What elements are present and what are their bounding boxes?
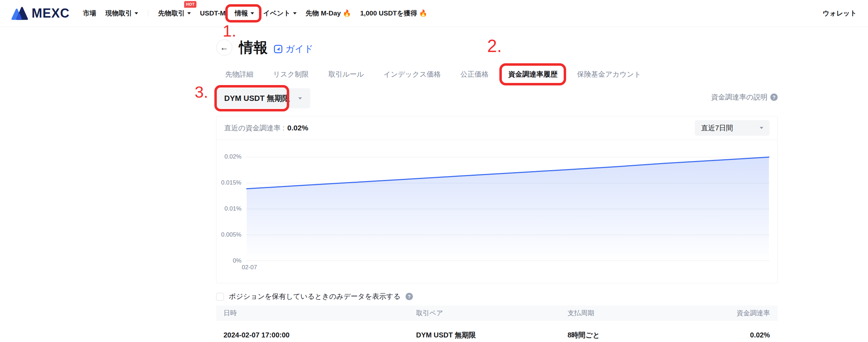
top-nav: MEXC 市場現物取引先物取引HOTUSDT-M情報1.イベント先物 M-Day… <box>0 0 868 27</box>
chart-ytick: 0% <box>216 257 241 264</box>
question-icon: ? <box>406 293 413 300</box>
tab-1[interactable]: リスク制限 <box>273 70 309 79</box>
table-cell: 2024-02-07 17:00:00 <box>224 331 290 339</box>
chevron-down-icon <box>298 97 302 99</box>
tab-bar: 先物詳細リスク制限取引ルールインデックス価格公正価格資金調達率履歴2.保険基金ア… <box>225 70 641 79</box>
symbol-select-value: DYM USDT 無期限 <box>224 93 296 104</box>
guide-icon <box>273 44 283 54</box>
position-filter-checkbox[interactable] <box>216 293 224 301</box>
nav-item-label: 先物取引 <box>158 9 185 18</box>
back-button[interactable]: ← <box>216 39 232 56</box>
position-filter-label: ポジションを保有しているときのみデータを表示する <box>229 292 401 301</box>
chevron-down-icon <box>187 12 191 14</box>
annotation-label-1: 1. <box>223 23 236 39</box>
nav-item-label: USDT-M <box>200 9 226 17</box>
nav-item-label: 情報 <box>235 9 248 18</box>
question-icon: ? <box>770 93 778 101</box>
annotation-box-2 <box>499 63 566 85</box>
nav-item-label: 1,000 USDTを獲得 🔥 <box>360 9 427 18</box>
nav-divider <box>148 10 148 17</box>
nav-item-2[interactable]: 先物取引HOT <box>158 9 191 18</box>
chart-ytick: 0.005% <box>216 231 241 238</box>
range-select[interactable]: 直近7日間 <box>695 120 770 136</box>
nav-item-3[interactable]: USDT-M <box>200 9 226 17</box>
nav-wallet-link[interactable]: ウォレット <box>823 9 857 18</box>
nav-item-6[interactable]: 先物 M-Day 🔥 <box>306 9 351 18</box>
table-header-cell: 日時 <box>224 309 237 318</box>
chevron-down-icon <box>760 127 763 129</box>
nav-item-5[interactable]: イベント <box>263 9 297 18</box>
nav-item-7[interactable]: 1,000 USDTを獲得 🔥 <box>360 9 427 18</box>
guide-link[interactable]: ガイド <box>273 43 313 55</box>
chevron-down-icon <box>135 12 138 14</box>
chevron-down-icon <box>293 12 297 14</box>
funding-rate-chart-card: 直近の資金調達率 : 0.02% 直近7日間 0.02%0.015%0.01%0… <box>216 116 778 283</box>
funding-help-label: 資金調達率の説明 <box>711 92 767 102</box>
latest-funding-rate-value: 0.02% <box>287 124 309 132</box>
table-cell: 0.02% <box>750 331 770 339</box>
funding-help-link[interactable]: 資金調達率の説明 ? <box>711 92 778 102</box>
hot-badge: HOT <box>184 1 196 8</box>
chart-ytick: 0.02% <box>216 153 241 160</box>
latest-funding-rate-label: 直近の資金調達率 : <box>224 123 285 133</box>
chart-card-header: 直近の資金調達率 : 0.02% 直近7日間 <box>216 116 777 140</box>
tab-0[interactable]: 先物詳細 <box>225 70 253 79</box>
symbol-select-wrap: DYM USDT 無期限 3. <box>217 88 310 108</box>
chart-xtick: 02-07 <box>242 264 257 271</box>
mexc-funding-rate-page: MEXC 市場現物取引先物取引HOTUSDT-M情報1.イベント先物 M-Day… <box>0 0 868 342</box>
guide-link-label: ガイド <box>285 43 313 55</box>
symbol-select[interactable]: DYM USDT 無期限 <box>217 88 310 108</box>
nav-item-label: 現物取引 <box>105 9 132 18</box>
chart-ytick: 0.01% <box>216 205 241 212</box>
latest-funding-rate: 直近の資金調達率 : 0.02% <box>224 123 308 133</box>
table-header-cell: 資金調達率 <box>737 309 770 318</box>
annotation-label-3: 3. <box>195 84 208 100</box>
table-header-cell: 支払周期 <box>568 309 594 318</box>
nav-item-label: 市場 <box>83 9 96 18</box>
mexc-logo-wordmark: MEXC <box>32 6 70 21</box>
nav-item-label: 先物 M-Day 🔥 <box>306 9 351 18</box>
nav-item-1[interactable]: 現物取引 <box>105 9 138 18</box>
chart-ytick: 0.015% <box>216 179 241 186</box>
mexc-logo[interactable]: MEXC <box>11 6 70 21</box>
nav-item-label: イベント <box>263 9 291 18</box>
back-arrow-icon: ← <box>220 43 228 52</box>
table-cell: DYM USDT 無期限 <box>416 330 476 340</box>
table-header-row: 日時取引ペア支払周期資金調達率 <box>216 305 778 321</box>
tab-2[interactable]: 取引ルール <box>328 70 364 79</box>
tab-4[interactable]: 公正価格 <box>460 70 488 79</box>
tab-5[interactable]: 資金調達率履歴2. <box>508 70 557 79</box>
funding-rate-chart <box>246 151 770 269</box>
tab-6[interactable]: 保険基金アカウント <box>577 70 641 79</box>
tab-3[interactable]: インデックス価格 <box>383 70 441 79</box>
position-filter-row: ポジションを保有しているときのみデータを表示する ? <box>216 292 413 301</box>
nav-item-0[interactable]: 市場 <box>83 9 96 18</box>
page-title: 情報 <box>239 38 268 57</box>
annotation-label-2: 2. <box>487 37 502 55</box>
range-select-value: 直近7日間 <box>701 123 757 133</box>
table-row: 2024-02-07 17:00:00DYM USDT 無期限8時間ごと0.02… <box>216 321 778 342</box>
chevron-down-icon <box>251 12 254 14</box>
table-header-cell: 取引ペア <box>416 309 443 318</box>
nav-menu: 市場現物取引先物取引HOTUSDT-M情報1.イベント先物 M-Day 🔥1,0… <box>83 9 427 18</box>
mexc-logo-icon <box>11 6 28 20</box>
nav-item-4[interactable]: 情報1. <box>235 9 254 18</box>
table-cell: 8時間ごと <box>568 330 600 340</box>
